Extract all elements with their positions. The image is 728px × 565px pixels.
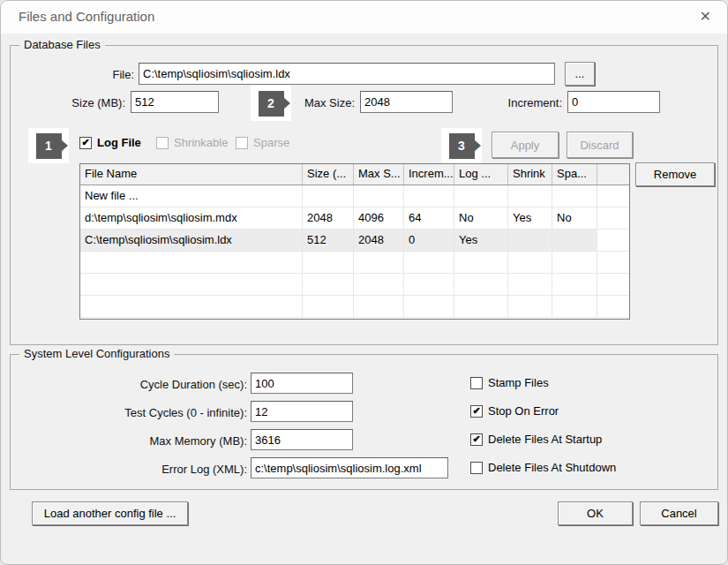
table-cell [80, 252, 303, 274]
delete-files-at-startup-checkbox[interactable]: ✔Delete Files At Startup [470, 433, 602, 446]
title-bar: Files and Configuration ✕ [1, 1, 727, 34]
column-header[interactable] [597, 164, 629, 185]
table-cell: C:\temp\sqliosim\sqliosim.ldx [80, 230, 303, 252]
table-cell [508, 252, 552, 274]
table-cell [454, 296, 508, 318]
column-header[interactable]: Increm... [404, 164, 454, 185]
checkbox-box[interactable] [156, 137, 169, 149]
table-cell [303, 274, 354, 296]
table-cell [552, 252, 597, 274]
size-input[interactable] [131, 91, 219, 113]
column-header[interactable]: Shrink [508, 164, 552, 185]
table-row[interactable] [80, 252, 629, 274]
table-cell [303, 252, 354, 274]
file-label: File: [86, 68, 134, 81]
remove-button[interactable]: Remove [635, 162, 715, 186]
checkbox-box[interactable] [470, 462, 483, 474]
size-label: Size (MB): [28, 96, 125, 109]
table-cell: Yes [508, 207, 552, 230]
table-cell [508, 230, 552, 252]
table-cell [80, 296, 303, 318]
table-cell: No [454, 207, 508, 230]
increment-input[interactable] [567, 91, 660, 113]
checkbox-box[interactable]: ✔ [470, 433, 483, 446]
badge-3-square: 3 [449, 133, 475, 159]
table-row[interactable]: d:\temp\sqliosim\sqliosim.mdx2048409664N… [80, 207, 629, 230]
callout-badge-2: 2 [251, 86, 291, 121]
table-cell [597, 296, 629, 318]
max-size-input[interactable] [360, 91, 453, 113]
table-cell [404, 185, 454, 207]
database-files-group: Database Files File: ... Size (MB): 2 Ma… [10, 45, 718, 345]
table-row[interactable]: C:\temp\sqliosim\sqliosim.ldx51220480Yes [80, 230, 629, 252]
table-cell [454, 274, 508, 296]
checkmark-icon: ✔ [472, 406, 480, 416]
callout-badge-3: 3 [441, 128, 482, 163]
table-cell [552, 274, 597, 296]
table-cell: New file ... [80, 185, 303, 207]
table-cell [404, 296, 454, 318]
file-path-input[interactable] [139, 63, 555, 85]
checkbox-box[interactable] [470, 377, 483, 389]
load-config-button[interactable]: Load another config file ... [32, 501, 188, 525]
column-header[interactable]: Max S... [354, 164, 404, 185]
table-cell [354, 252, 404, 274]
table-row[interactable] [80, 274, 629, 296]
table-cell: 2048 [303, 207, 354, 230]
table-cell [597, 207, 629, 230]
log-file-checkbox[interactable]: ✔Log File [79, 136, 141, 149]
checkbox-label: Stop On Error [488, 404, 559, 418]
table-cell: 0 [404, 230, 454, 252]
column-header[interactable]: File Name [80, 164, 303, 185]
column-header[interactable]: Log ... [454, 164, 508, 185]
table-cell [597, 274, 629, 296]
stop-on-error-checkbox[interactable]: ✔Stop On Error [470, 404, 559, 418]
table-cell [552, 230, 597, 252]
discard-button[interactable]: Discard [567, 132, 633, 158]
browse-button[interactable]: ... [565, 62, 595, 86]
checkbox-box[interactable]: ✔ [470, 405, 483, 418]
system-config-group: System Level Configurations Cycle Durati… [10, 354, 718, 490]
cycle-duration-input[interactable] [251, 373, 353, 394]
badge-1-number: 1 [45, 139, 52, 153]
table-row[interactable]: New file ... [80, 185, 629, 207]
table-cell [508, 185, 552, 207]
table-cell [404, 274, 454, 296]
badge-2-square: 2 [259, 91, 284, 117]
max-memory-input[interactable] [251, 429, 353, 450]
column-header[interactable]: Spa... [552, 164, 597, 185]
table-row[interactable] [80, 296, 629, 318]
badge-2-arrow-icon [283, 97, 290, 109]
system-config-legend: System Level Configurations [19, 347, 174, 360]
table-cell [354, 296, 404, 318]
error-log-input[interactable] [251, 457, 448, 478]
stamp-files-checkbox[interactable]: Stamp Files [470, 376, 549, 389]
table-cell: 64 [404, 207, 454, 230]
table-cell [354, 274, 404, 296]
table-cell: No [552, 207, 597, 230]
delete-files-at-shutdown-checkbox[interactable]: Delete Files At Shutdown [470, 461, 616, 474]
checkbox-box[interactable]: ✔ [79, 137, 92, 149]
checkbox-label: Sparse [253, 136, 289, 149]
column-header[interactable]: Size (... [303, 164, 354, 185]
test-cycles-label: Test Cycles (0 - infinite): [28, 406, 247, 419]
table-cell [597, 185, 629, 207]
checkbox-label: Stamp Files [488, 376, 549, 389]
badge-1-arrow-icon [61, 139, 68, 152]
badge-1-square: 1 [36, 133, 62, 159]
apply-button[interactable]: Apply [492, 132, 559, 158]
dialog-title: Files and Configuration [19, 9, 154, 24]
table-cell: d:\temp\sqliosim\sqliosim.mdx [80, 207, 303, 230]
close-icon[interactable]: ✕ [700, 8, 711, 26]
ok-button[interactable]: OK [558, 501, 633, 525]
table-cell [552, 296, 597, 318]
max-size-label: Max Size: [297, 96, 355, 109]
table-cell [508, 274, 552, 296]
badge-3-number: 3 [458, 139, 465, 153]
cancel-button[interactable]: Cancel [640, 501, 718, 525]
files-configuration-dialog: Files and Configuration ✕ Database Files… [0, 0, 728, 565]
checkbox-box[interactable] [236, 137, 248, 149]
sparse-checkbox[interactable]: Sparse [236, 136, 289, 149]
shrinkable-checkbox[interactable]: Shrinkable [156, 136, 228, 149]
test-cycles-input[interactable] [251, 401, 353, 422]
